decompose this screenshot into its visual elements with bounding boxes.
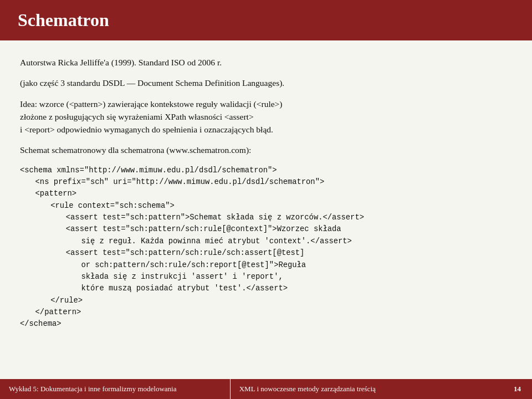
code-line-7: się z reguł. Każda powinna mieć atrybut … [20, 236, 512, 247]
footer-center: XML i nowoczesne metody zarządzania treś… [231, 379, 503, 399]
para3-line3: i <report> odpowiednio wymaganych do spe… [20, 125, 273, 134]
code-line-3: <pattern> [20, 188, 512, 200]
code-line-6: <assert test="sch:pattern/sch:rule[@cont… [20, 223, 512, 235]
slide-header: Schematron [0, 0, 532, 40]
code-line-2: <ns prefix="sch" uri="http://www.mimuw.e… [20, 176, 512, 188]
para3-line2: złożone z posługujących się wyrażeniami … [20, 112, 254, 121]
code-line-14: </schema> [20, 318, 512, 330]
paragraph-1: Autorstwa Ricka Jelliffe'a (1999). Stand… [20, 56, 512, 69]
footer-center-text: XML i nowoczesne metody zarządzania treś… [239, 385, 376, 393]
code-line-10: składa się z instrukcji 'assert' i 'repo… [20, 271, 512, 283]
footer-left: Wykład 5: Dokumentacja i inne formalizmy… [0, 379, 231, 399]
code-line-11: które muszą posiadać atrybut 'test'.</as… [20, 283, 512, 294]
para1-text: Autorstwa Ricka Jelliffe'a (1999). Stand… [20, 58, 222, 67]
paragraph-2: (jako część 3 standardu DSDL — Document … [20, 76, 512, 89]
page-number-text: 14 [514, 385, 521, 393]
slide-content: Autorstwa Ricka Jelliffe'a (1999). Stand… [0, 40, 532, 379]
para4-line1: Schemat schematronowy dla schematrona (w… [20, 145, 251, 155]
slide-title: Schematron [18, 10, 109, 30]
para2-text: (jako część 3 standardu DSDL — Document … [20, 78, 284, 88]
paragraph-4: Schemat schematronowy dla schematrona (w… [20, 144, 512, 156]
code-block: <schema xmlns="http://www.mimuw.edu.pl/d… [20, 165, 512, 330]
code-line-12: </rule> [20, 295, 512, 306]
code-line-8: <assert test="sch:pattern/sch:rule/sch:a… [20, 247, 512, 259]
footer-left-text: Wykład 5: Dokumentacja i inne formalizmy… [9, 385, 176, 393]
paragraph-3: Idea: wzorce (<pattern>) zawierające kon… [20, 98, 512, 136]
code-line-1: <schema xmlns="http://www.mimuw.edu.pl/d… [20, 165, 512, 176]
code-line-5: <assert test="sch:pattern">Schemat skład… [20, 212, 512, 223]
footer-page-number: 14 [503, 379, 532, 399]
code-line-9: or sch:pattern/sch:rule/sch:report[@test… [20, 259, 512, 271]
slide-footer: Wykład 5: Dokumentacja i inne formalizmy… [0, 379, 532, 399]
code-line-13: </pattern> [20, 306, 512, 318]
code-line-4: <rule context="sch:schema"> [20, 200, 512, 212]
para3-line1: Idea: wzorce (<pattern>) zawierające kon… [20, 99, 282, 109]
